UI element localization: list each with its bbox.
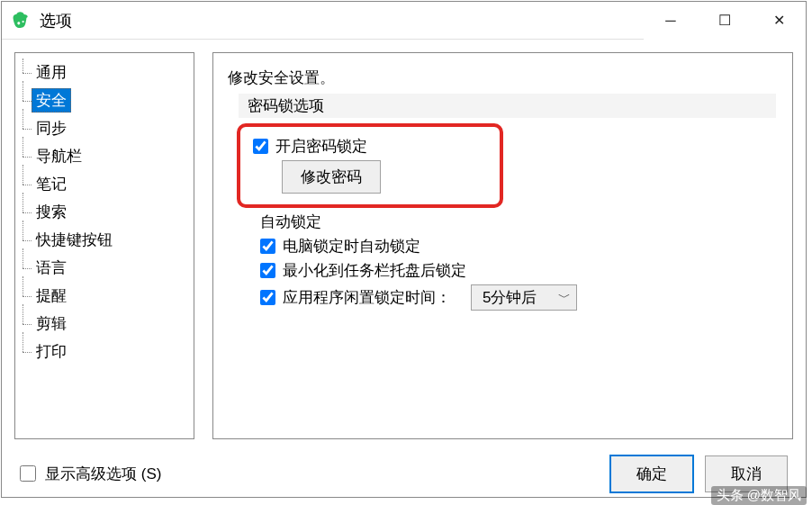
sidebar-item-note[interactable]: 笔记 <box>19 170 190 198</box>
window-title: 选项 <box>40 10 644 32</box>
sidebar-item-label: 笔记 <box>32 172 71 196</box>
minimize-button[interactable]: ─ <box>644 2 698 40</box>
sidebar-item-label: 剪辑 <box>32 311 71 336</box>
sidebar-item-clip[interactable]: 剪辑 <box>19 310 190 338</box>
content-area: 通用 安全 同步 导航栏 笔记 搜索 快捷键按钮 语言 提醒 剪辑 打印 修改安… <box>2 40 806 452</box>
settings-panel: 修改安全设置。 密码锁选项 开启密码锁定 修改密码 自动锁定 电脑锁定时自动锁定… <box>212 52 793 439</box>
sidebar-item-label: 快捷键按钮 <box>32 228 117 252</box>
lock-on-minimize-row: 最小化到任务栏托盘后锁定 <box>260 260 783 281</box>
sidebar-item-label: 搜索 <box>32 200 71 224</box>
sidebar-item-search[interactable]: 搜索 <box>19 198 190 226</box>
sidebar-item-print[interactable]: 打印 <box>19 338 190 365</box>
category-tree: 通用 安全 同步 导航栏 笔记 搜索 快捷键按钮 语言 提醒 剪辑 打印 <box>14 52 194 439</box>
sidebar-item-label: 语言 <box>32 256 71 280</box>
lock-on-pc-label: 电脑锁定时自动锁定 <box>283 236 420 257</box>
ok-button[interactable]: 确定 <box>609 455 694 493</box>
sidebar-item-label: 安全 <box>32 88 71 113</box>
highlight-annotation: 开启密码锁定 修改密码 <box>237 123 503 208</box>
password-section-label: 密码锁选项 <box>239 94 776 118</box>
auto-lock-heading: 自动锁定 <box>260 212 783 232</box>
close-button[interactable]: ✕ <box>752 2 806 40</box>
enable-password-label: 开启密码锁定 <box>275 136 367 157</box>
watermark: 头条 @数智风 <box>711 486 807 505</box>
panel-heading: 修改安全设置。 <box>222 68 783 88</box>
sidebar-item-label: 导航栏 <box>32 144 86 168</box>
sidebar-item-language[interactable]: 语言 <box>19 254 190 282</box>
sidebar-item-security[interactable]: 安全 <box>19 86 190 114</box>
title-bar: 选项 ─ ☐ ✕ <box>2 2 806 40</box>
idle-lock-checkbox[interactable] <box>260 290 275 305</box>
lock-on-minimize-checkbox[interactable] <box>260 263 275 278</box>
lock-on-pc-row: 电脑锁定时自动锁定 <box>260 236 783 257</box>
lock-on-minimize-label: 最小化到任务栏托盘后锁定 <box>283 260 466 281</box>
sidebar-item-general[interactable]: 通用 <box>19 59 190 86</box>
show-advanced-label: 显示高级选项 (S) <box>45 464 161 484</box>
sidebar-item-navbar[interactable]: 导航栏 <box>19 142 190 170</box>
enable-password-checkbox[interactable] <box>253 139 268 154</box>
idle-lock-label: 应用程序闲置锁定时间： <box>283 287 451 308</box>
show-advanced-checkbox[interactable] <box>20 465 36 482</box>
sidebar-item-label: 打印 <box>32 339 71 364</box>
options-dialog: 选项 ─ ☐ ✕ 通用 安全 同步 导航栏 笔记 搜索 快捷键按钮 语言 提醒 … <box>1 1 807 498</box>
dialog-footer: 显示高级选项 (S) 确定 取消 <box>2 452 806 495</box>
sidebar-item-sync[interactable]: 同步 <box>19 114 190 142</box>
app-icon <box>11 11 31 31</box>
sidebar-item-label: 同步 <box>32 116 71 140</box>
chevron-down-icon: ﹀ <box>558 290 571 306</box>
maximize-button[interactable]: ☐ <box>698 2 752 40</box>
sidebar-item-reminder[interactable]: 提醒 <box>19 282 190 310</box>
sidebar-item-label: 通用 <box>32 60 71 85</box>
change-password-button[interactable]: 修改密码 <box>282 160 381 194</box>
lock-on-pc-checkbox[interactable] <box>260 239 275 254</box>
idle-lock-row: 应用程序闲置锁定时间： 5分钟后 ﹀ <box>260 284 783 311</box>
auto-lock-group: 自动锁定 电脑锁定时自动锁定 最小化到任务栏托盘后锁定 应用程序闲置锁定时间： … <box>260 212 783 311</box>
sidebar-item-label: 提醒 <box>32 284 71 308</box>
enable-password-row: 开启密码锁定 <box>253 136 487 157</box>
idle-lock-select[interactable]: 5分钟后 ﹀ <box>471 284 577 311</box>
window-controls: ─ ☐ ✕ <box>644 2 806 40</box>
sidebar-item-shortcuts[interactable]: 快捷键按钮 <box>19 226 190 254</box>
idle-lock-value: 5分钟后 <box>483 287 537 308</box>
show-advanced-row: 显示高级选项 (S) <box>20 464 599 484</box>
